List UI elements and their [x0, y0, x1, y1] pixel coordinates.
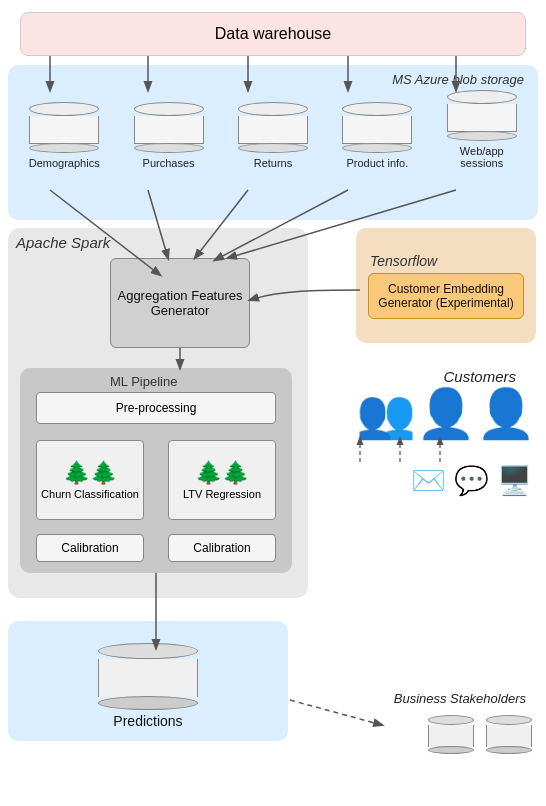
cylinder-returns: Returns	[235, 102, 311, 169]
data-warehouse-box: Data warehouse	[20, 12, 526, 56]
business-stakeholders-cylinders	[428, 715, 532, 754]
cyl-label-demographics: Demographics	[29, 157, 100, 169]
tree-icon-ltv: 🌲🌲	[195, 460, 249, 486]
customer-embedding-box: Customer Embedding Generator (Experiment…	[368, 273, 524, 319]
biz-cyl-1	[428, 715, 474, 754]
cylinder-webapp: Web/app sessions	[444, 90, 520, 169]
cylinder-demographics: Demographics	[26, 102, 102, 169]
tree-icon-churn: 🌲🌲	[63, 460, 117, 486]
ltv-regression-box: 🌲🌲 LTV Regression	[168, 440, 276, 520]
cyl-label-returns: Returns	[254, 157, 293, 169]
preprocessing-label: Pre-processing	[116, 401, 197, 415]
email-icon: ✉️	[411, 464, 446, 497]
monitor-icon: 🖥️	[497, 464, 532, 497]
tensorflow-label: Tensorflow	[370, 253, 437, 269]
churn-classification-box: 🌲🌲 Churn Classification	[36, 440, 144, 520]
calibration-left-label: Calibration	[61, 541, 118, 555]
tensorflow-bg: Tensorflow Customer Embedding Generator …	[356, 228, 536, 343]
cyl-label-webapp: Web/app sessions	[444, 145, 520, 169]
preprocessing-box: Pre-processing	[36, 392, 276, 424]
customers-label: Customers	[443, 368, 516, 385]
churn-label: Churn Classification	[41, 488, 139, 500]
predictions-label: Predictions	[113, 713, 182, 729]
cyl-label-purchases: Purchases	[143, 157, 195, 169]
calibration-right-box: Calibration	[168, 534, 276, 562]
apache-spark-label: Apache Spark	[16, 234, 110, 251]
cyl-top	[29, 102, 99, 116]
communication-icons: ✉️ 💬 🖥️	[411, 464, 532, 497]
biz-cyl-2	[486, 715, 532, 754]
diagram-container: Data warehouse MS Azure blob storage Dem…	[0, 0, 546, 806]
predictions-bg: Predictions	[8, 621, 288, 741]
cylinder-purchases: Purchases	[131, 102, 207, 169]
cyl-label-product: Product info.	[346, 157, 408, 169]
cyl-body	[29, 116, 99, 144]
chat-icon: 💬	[454, 464, 489, 497]
customer-embedding-label: Customer Embedding Generator (Experiment…	[378, 282, 513, 310]
calibration-right-label: Calibration	[193, 541, 250, 555]
azure-label: MS Azure blob storage	[392, 72, 524, 87]
svg-line-12	[290, 700, 382, 725]
aggregation-label: Aggregation Features Generator	[115, 288, 245, 318]
predictions-cylinder	[98, 643, 198, 710]
ltv-label: LTV Regression	[183, 488, 261, 500]
cylinder-product: Product info.	[339, 102, 415, 169]
cylinders-row: Demographics Purchases Returns	[12, 90, 534, 169]
customers-icon: 👥👤👤	[356, 390, 536, 438]
business-stakeholders-label: Business Stakeholders	[394, 691, 526, 706]
cyl-bottom	[29, 143, 99, 153]
aggregation-box: Aggregation Features Generator	[110, 258, 250, 348]
data-warehouse-label: Data warehouse	[215, 25, 332, 43]
calibration-left-box: Calibration	[36, 534, 144, 562]
ml-pipeline-label: ML Pipeline	[110, 374, 177, 389]
